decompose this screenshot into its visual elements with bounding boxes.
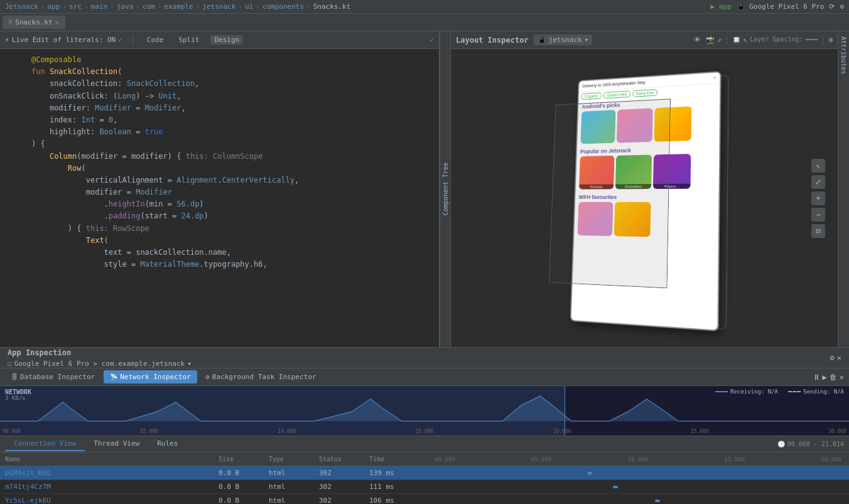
settings-icon[interactable]: ⚙ xyxy=(828,36,833,45)
network-chart-svg xyxy=(0,393,849,424)
top-right-toolbar: ▶ app 📱 Google Pixel 6 Pro ⟳ ⚙ xyxy=(710,3,844,11)
code-line: @Composable xyxy=(0,54,439,66)
layout-inspector-content[interactable]: Delivery to 1600 Amphitheater Way ▾ Orga… xyxy=(451,49,838,347)
main-editor-area: ⚡ Live Edit of literals: ON ✓ Code Split… xyxy=(0,31,849,347)
zoom-in-icon[interactable]: + xyxy=(811,191,825,205)
breadcrumb-java[interactable]: java xyxy=(117,3,134,11)
row-name-3: Yc5sL-ejk6U xyxy=(0,496,214,504)
layout-inspector-title: Layout Inspector xyxy=(456,36,529,45)
database-icon: 🗄 xyxy=(11,373,18,380)
tab-network[interactable]: 📡 Network Inspector xyxy=(104,370,197,383)
sync-icon[interactable]: ⟳ xyxy=(829,3,835,11)
device-selector[interactable]: 📱 jetsnack ▾ xyxy=(534,35,593,45)
breadcrumb-file[interactable]: Snacks.kt xyxy=(313,3,351,11)
code-line: snackCollection: SnackCollection, xyxy=(0,78,439,90)
code-line: ) { xyxy=(0,138,439,150)
time-range-value: 00.060 - 21.814 xyxy=(787,441,844,448)
fit-icon[interactable]: ⊡ xyxy=(811,224,825,238)
close-icon[interactable]: ✕ xyxy=(840,373,844,382)
export-icon[interactable]: ↗ xyxy=(717,36,722,45)
breadcrumb-src[interactable]: src xyxy=(69,3,82,11)
top-breadcrumb-bar: Jetsnack › app › src › main › java › com… xyxy=(0,0,849,14)
device-selector-bar[interactable]: ☐ Google Pixel 6 Pro > com.example.jetsn… xyxy=(8,360,192,368)
breadcrumb-jetsnack2[interactable]: jetsnack xyxy=(202,3,235,11)
code-editor[interactable]: ⚡ Live Edit of literals: ON ✓ Code Split… xyxy=(0,31,440,347)
code-line: .heightIn(min = 56.dp) xyxy=(0,198,439,210)
timeline-bar-2 xyxy=(613,486,618,488)
pause-icon[interactable]: ⏸ xyxy=(813,373,820,382)
row-name-2: m741tj4Cz7M xyxy=(0,483,214,491)
breadcrumb-jetsnack[interactable]: Jetsnack xyxy=(5,3,38,11)
attributes-label: Attributes xyxy=(840,36,847,74)
table-row[interactable]: m741tj4Cz7M 0.0 B html 302 111 ms xyxy=(0,480,849,494)
resume-icon[interactable]: ▶ xyxy=(823,373,827,382)
component-tree-tab[interactable]: Component Tree xyxy=(440,31,451,347)
clear-icon[interactable]: 🗑 xyxy=(830,373,837,382)
row-status-2: 302 xyxy=(314,483,364,491)
tab-rules[interactable]: Rules xyxy=(148,437,187,451)
th-size: Size xyxy=(214,453,264,466)
layer-spacing-slider[interactable]: ━━━ xyxy=(806,36,818,45)
time-range: 🕐 00.060 - 21.814 xyxy=(777,441,844,448)
design-view-button[interactable]: Design xyxy=(210,35,243,45)
layer-spacing-label: Layer Spacing: xyxy=(750,36,803,45)
code-line: modifier: Modifier = Modifier, xyxy=(0,102,439,114)
tab-database[interactable]: 🗄 Database Inspector xyxy=(5,370,101,383)
breadcrumb-components[interactable]: components xyxy=(262,3,304,11)
run-icon[interactable]: ▶ app xyxy=(710,3,731,11)
connection-view-tabs: Connection View Thread View Rules 🕐 00.0… xyxy=(0,436,849,453)
file-tab-snacks[interactable]: K Snacks.kt × xyxy=(3,16,65,29)
row-type-2: html xyxy=(264,483,314,491)
device-selector[interactable]: 📱 Google Pixel 6 Pro xyxy=(737,3,825,11)
tab-database-label: Database Inspector xyxy=(20,373,95,381)
layout-inspector-icons: 👁 📸 ↗ 🔲 ↖ Layer Spacing: ━━━ ⚙ xyxy=(694,36,833,45)
refresh-icon[interactable]: 👁 xyxy=(694,36,701,45)
tab-connection-view[interactable]: Connection View xyxy=(5,437,85,451)
zoom-out-icon[interactable]: − xyxy=(811,208,825,222)
chip-dairyfree: Dairy-free xyxy=(632,88,658,97)
breadcrumb-ui[interactable]: ui xyxy=(245,3,253,11)
attributes-panel[interactable]: Attributes xyxy=(838,31,849,347)
breadcrumb-app[interactable]: app xyxy=(48,3,60,11)
tab-thread-view[interactable]: Thread View xyxy=(85,437,148,451)
code-view-button[interactable]: Code xyxy=(143,35,168,45)
screen-content: Delivery to 1600 Amphitheater Way ▾ Orga… xyxy=(574,72,720,241)
breadcrumb-example[interactable]: example xyxy=(164,3,193,11)
right-toolbar: ↖ ⤢ + − ⊡ xyxy=(811,159,825,238)
device-icon: 📱 xyxy=(538,36,546,44)
live-edit-toggle[interactable]: ⚡ Live Edit of literals: ON ✓ xyxy=(5,36,122,44)
table-header: Name Size Type Status Time 00.000 05.000… xyxy=(0,453,849,466)
close-icon[interactable]: ✕ xyxy=(837,353,841,362)
th-timeline: 00.000 05.000 10.000 15.000 20.000 xyxy=(427,453,849,466)
breadcrumb-com[interactable]: com xyxy=(143,3,155,11)
split-view-button[interactable]: Split xyxy=(175,35,203,45)
row-timeline-2 xyxy=(427,480,849,493)
network-icon: 📡 xyxy=(110,373,117,380)
breadcrumb: Jetsnack › app › src › main › java › com… xyxy=(5,3,350,11)
close-icon[interactable]: × xyxy=(55,19,59,26)
breadcrumb-main[interactable]: main xyxy=(91,3,108,11)
food-grid-2: Pretzels Smoothies Popcor... xyxy=(579,153,715,189)
highlight-icon[interactable]: 🔲 xyxy=(732,36,741,45)
code-line: .padding(start = 24.dp) xyxy=(0,210,439,222)
food-item-7 xyxy=(578,201,614,235)
table-row[interactable]: pGM4sjt_BdQ 0.0 B html 302 139 ms xyxy=(0,466,849,480)
code-line: style = MaterialTheme.typography.h6, xyxy=(0,259,439,271)
code-content: @Composable fun SnackCollection( snackCo… xyxy=(0,49,439,276)
layout-inspector-panel: Layout Inspector 📱 jetsnack ▾ 👁 📸 ↗ 🔲 ↖ … xyxy=(451,31,838,347)
settings-icon[interactable]: ⚙ xyxy=(840,3,844,11)
device-label: Google Pixel 6 Pro > com.example.jetsnac… xyxy=(14,360,185,368)
tab-background[interactable]: ⚙ Background Task Inspector xyxy=(200,370,323,383)
settings-icon[interactable]: ⚙ xyxy=(830,353,835,362)
expand-icon[interactable]: ⤢ xyxy=(811,175,825,189)
inspector-tabs: 🗄 Database Inspector 📡 Network Inspector… xyxy=(0,368,849,386)
layout-inspector-toolbar: Layout Inspector 📱 jetsnack ▾ 👁 📸 ↗ 🔲 ↖ … xyxy=(451,31,838,49)
table-row[interactable]: Yc5sL-ejk6U 0.0 B html 302 106 ms xyxy=(0,494,849,504)
food-label-smoothies: Smoothies xyxy=(615,184,651,189)
snapshot-icon[interactable]: 📸 xyxy=(706,36,715,45)
cursor-icon[interactable]: ↖ xyxy=(811,159,825,173)
cursor-icon[interactable]: ↖ xyxy=(744,36,748,45)
cv-tabs: Connection View Thread View Rules xyxy=(5,437,187,451)
chip-glutenfree: Gluten-free xyxy=(603,90,631,99)
file-tabs: K Snacks.kt × xyxy=(0,14,849,31)
